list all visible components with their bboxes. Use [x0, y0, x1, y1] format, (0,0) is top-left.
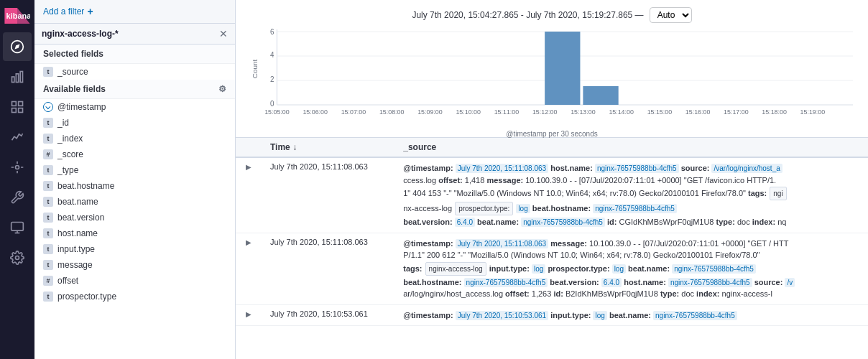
svg-marker-3: [14, 44, 19, 49]
close-icon[interactable]: ✕: [219, 28, 228, 39]
nav-dashboard[interactable]: [3, 93, 32, 121]
field-type-badge: #: [43, 276, 53, 286]
add-filter-button[interactable]: Add a filter +: [43, 6, 226, 17]
clock-icon: [43, 102, 53, 112]
field-name: _id: [57, 118, 69, 128]
bar-7: [545, 32, 580, 105]
x-axis-label: @timestamp per 30 seconds: [247, 130, 857, 138]
fields-section: Selected fields t _source Available fiel…: [34, 45, 235, 359]
svg-point-15: [16, 256, 19, 260]
field-name: @timestamp: [57, 102, 106, 112]
field-name: input.type: [57, 244, 95, 254]
time-col-header[interactable]: Time ↓: [262, 138, 394, 157]
source-cell: @timestamp: July 7th 2020, 15:10:53.061 …: [394, 304, 868, 326]
nav-visualize[interactable]: [3, 62, 32, 91]
table-row: ▶ July 7th 2020, 15:11:08.063 @timestamp…: [236, 157, 868, 233]
field-item-input-type[interactable]: t input.type: [34, 241, 235, 257]
plus-icon: +: [87, 6, 93, 17]
index-pattern-bar: nginx-access-log-* ✕: [34, 24, 235, 45]
svg-text:15:11:00: 15:11:00: [494, 108, 520, 116]
nav-devtools[interactable]: [3, 183, 32, 212]
field-type-badge: t: [43, 118, 53, 128]
field-item-prospector-type[interactable]: t prospector.type: [34, 289, 235, 304]
field-name: message: [57, 260, 93, 270]
row-expand-button[interactable]: ▶: [244, 162, 253, 172]
field-name: offset: [57, 276, 78, 286]
field-type-badge: t: [43, 260, 53, 270]
auto-select[interactable]: Auto: [650, 7, 692, 23]
field-type-badge: t: [43, 244, 53, 254]
table-row: ▶ July 7th 2020, 15:11:08.063 @timestamp…: [236, 233, 868, 304]
svg-rect-8: [19, 102, 23, 106]
field-item-beat-hostname[interactable]: t beat.hostname: [34, 178, 235, 194]
field-item-offset[interactable]: # offset: [34, 273, 235, 289]
svg-text:Count: Count: [251, 59, 259, 78]
source-cell: @timestamp: July 7th 2020, 15:11:08.063 …: [394, 233, 868, 304]
bar-8: [583, 86, 618, 105]
nav-timelion[interactable]: [3, 123, 32, 151]
svg-text:15:13:00: 15:13:00: [571, 108, 596, 116]
field-name: prospector.type: [57, 292, 116, 302]
field-item-timestamp[interactable]: @timestamp: [34, 99, 235, 115]
main-content: July 7th 2020, 15:04:27.865 - July 7th 2…: [236, 0, 868, 359]
field-item-message[interactable]: t message: [34, 257, 235, 273]
chart-controls: July 7th 2020, 15:04:27.865 - July 7th 2…: [247, 7, 857, 23]
chart-wrapper: 0 2 4 6 15:05:00 15:06:00 15:07:00: [247, 26, 857, 137]
results-table: Time ↓ _source ▶ July 7th 2020, 15:11:08…: [236, 138, 868, 326]
source-col-header: _source: [394, 138, 868, 157]
nav-apm[interactable]: [3, 153, 32, 182]
svg-text:15:09:00: 15:09:00: [417, 108, 443, 116]
selected-fields-header: Selected fields: [34, 45, 235, 64]
chart-area: July 7th 2020, 15:04:27.865 - July 7th 2…: [236, 0, 868, 138]
time-range-label: July 7th 2020, 15:04:27.865 - July 7th 2…: [412, 10, 643, 20]
time-cell: July 7th 2020, 15:10:53.061: [262, 304, 394, 326]
nav-discover[interactable]: [3, 32, 32, 61]
table-row: ▶ July 7th 2020, 15:10:53.061 @timestamp…: [236, 304, 868, 326]
row-expand-button[interactable]: ▶: [244, 237, 253, 248]
kibana-logo[interactable]: kibana: [3, 3, 32, 29]
table-area: Time ↓ _source ▶ July 7th 2020, 15:11:08…: [236, 138, 868, 359]
row-expand-button[interactable]: ▶: [244, 309, 253, 320]
available-fields-header: Available fields ⚙: [34, 80, 235, 99]
time-cell: July 7th 2020, 15:11:08.063: [262, 233, 394, 304]
selected-field-source[interactable]: t _source: [34, 64, 235, 80]
field-name: _score: [57, 149, 83, 159]
gear-icon[interactable]: ⚙: [218, 84, 226, 94]
svg-rect-12: [11, 223, 24, 231]
svg-text:15:12:00: 15:12:00: [532, 108, 558, 116]
svg-text:4: 4: [270, 51, 274, 59]
svg-rect-7: [12, 102, 17, 106]
svg-text:15:18:00: 15:18:00: [762, 108, 787, 116]
field-name: beat.version: [57, 213, 104, 223]
field-item-beat-name[interactable]: t beat.name: [34, 194, 235, 210]
field-item-score[interactable]: # _score: [34, 146, 235, 162]
field-item-id[interactable]: t _id: [34, 115, 235, 131]
field-type-badge: t: [43, 134, 53, 144]
svg-text:15:08:00: 15:08:00: [379, 108, 405, 116]
svg-rect-10: [19, 108, 23, 113]
svg-text:15:10:00: 15:10:00: [456, 108, 481, 116]
svg-text:6: 6: [270, 28, 274, 36]
field-name: _index: [57, 134, 83, 144]
svg-text:2: 2: [270, 75, 274, 83]
field-item-beat-version[interactable]: t beat.version: [34, 210, 235, 225]
histogram-chart: 0 2 4 6 15:05:00 15:06:00 15:07:00: [247, 26, 857, 126]
svg-text:0: 0: [270, 100, 274, 108]
nav-monitoring[interactable]: [3, 213, 32, 242]
field-type-badge: t: [43, 228, 53, 238]
svg-text:15:05:00: 15:05:00: [264, 108, 290, 116]
field-type-badge: t: [43, 165, 53, 175]
svg-text:15:06:00: 15:06:00: [303, 108, 328, 116]
field-item-host-name[interactable]: t host.name: [34, 225, 235, 241]
field-name: beat.name: [57, 197, 98, 207]
nav-management[interactable]: [3, 243, 32, 272]
svg-rect-9: [12, 108, 17, 113]
svg-point-11: [16, 166, 19, 169]
nav-rail: kibana: [0, 0, 34, 359]
field-item-index[interactable]: t _index: [34, 131, 235, 146]
source-cell: @timestamp: July 7th 2020, 15:11:08.063 …: [394, 157, 868, 233]
svg-text:15:19:00: 15:19:00: [800, 108, 826, 116]
field-type-badge: t: [43, 197, 53, 207]
sidebar-header: Add a filter +: [34, 0, 235, 24]
field-item-type[interactable]: t _type: [34, 162, 235, 178]
